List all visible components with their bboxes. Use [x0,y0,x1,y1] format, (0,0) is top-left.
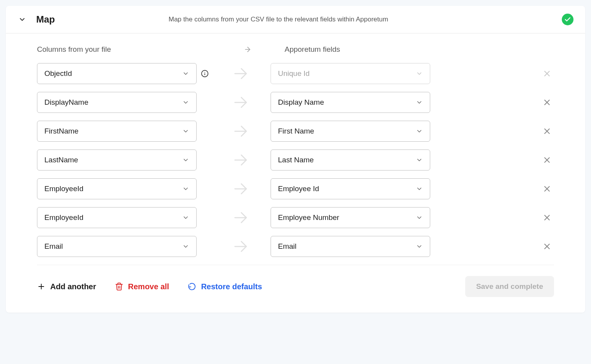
card-header: Map Map the columns from your CSV file t… [6,6,585,33]
close-icon [542,242,552,251]
source-select[interactable]: EmployeeId [37,178,197,199]
target-select[interactable]: Employee Id [271,178,430,199]
source-value: EmployeeId [44,213,83,222]
source-select[interactable]: LastName [37,149,197,171]
target-select[interactable]: Employee Number [271,207,430,228]
card-body: Columns from your file Apporetum fields … [6,33,585,313]
mapping-row: EmailEmail [37,236,554,257]
target-value: First Name [278,127,314,135]
save-complete-label: Save and complete [476,282,543,290]
target-column-header: Apporetum fields [285,45,444,54]
source-select[interactable]: Email [37,236,197,257]
page-subtitle: Map the columns from your CSV file to th… [169,16,562,23]
chevron-down-icon [182,214,189,221]
remove-row-button[interactable] [540,95,554,109]
source-select[interactable]: EmployeeId [37,207,197,228]
source-select[interactable]: DisplayName [37,92,197,113]
source-value: ObjectId [44,69,72,78]
target-value: Last Name [278,156,314,164]
mapping-row: FirstNameFirst Name [37,121,554,142]
remove-row-button[interactable] [540,239,554,253]
check-icon [564,16,571,23]
target-value: Employee Id [278,185,319,193]
close-icon [542,213,552,222]
source-value: FirstName [44,127,79,135]
target-value: Unique Id [278,69,310,78]
close-icon [542,69,552,78]
close-icon [542,184,552,193]
status-complete-badge [562,14,573,25]
source-value: EmployeeId [44,185,83,193]
source-select[interactable]: ObjectId [37,63,197,84]
plus-icon [37,282,46,291]
chevron-down-icon [182,128,189,135]
chevron-down-icon [182,185,189,192]
remove-row-button [540,67,554,81]
source-column-header: Columns from your file [37,45,197,54]
chevron-down-icon [182,70,189,77]
target-value: Email [278,242,297,251]
columns-header: Columns from your file Apporetum fields [37,45,554,54]
mapping-arrow [211,65,271,82]
target-select[interactable]: Display Name [271,92,430,113]
footer: Add another Remove all Restore defaults … [37,276,554,297]
chevron-down-icon [182,157,189,164]
mapping-row: EmployeeIdEmployee Number [37,207,554,228]
save-complete-button[interactable]: Save and complete [465,276,554,297]
undo-icon [188,282,196,291]
target-value: Display Name [278,98,324,107]
info-icon[interactable] [199,70,211,77]
source-value: LastName [44,156,78,164]
collapse-toggle[interactable] [18,15,27,24]
remove-all-label: Remove all [128,282,169,291]
close-icon [542,98,552,107]
mapping-arrow [211,209,271,226]
target-value: Employee Number [278,213,339,222]
remove-row-button[interactable] [540,124,554,138]
close-icon [542,155,552,165]
chevron-down-icon [416,157,423,164]
chevron-down-icon [182,243,189,250]
add-another-button[interactable]: Add another [37,278,96,295]
trash-icon [115,282,123,291]
chevron-down-icon [416,99,423,106]
source-value: DisplayName [44,98,88,107]
mapping-row: EmployeeIdEmployee Id [37,178,554,199]
page-title: Map [36,14,169,25]
mapping-arrow [211,180,271,197]
map-card: Map Map the columns from your CSV file t… [6,6,585,313]
mapping-row: DisplayNameDisplay Name [37,92,554,113]
chevron-down-icon [416,243,423,250]
restore-defaults-label: Restore defaults [201,282,262,291]
chevron-down-icon [416,70,423,77]
chevron-down-icon [416,185,423,192]
mappings-list: ObjectIdUnique IdDisplayNameDisplay Name… [37,63,554,257]
divider [37,265,554,265]
remove-row-button[interactable] [540,182,554,196]
chevron-down-icon [416,128,423,135]
mapping-row: ObjectIdUnique Id [37,63,554,84]
arrow-right-icon [244,46,252,53]
target-select[interactable]: Email [271,236,430,257]
source-select[interactable]: FirstName [37,121,197,142]
target-select: Unique Id [271,63,430,84]
chevron-down-icon [182,99,189,106]
mapping-arrow [211,238,271,255]
mapping-arrow [211,151,271,169]
target-select[interactable]: First Name [271,121,430,142]
remove-all-button[interactable]: Remove all [115,278,169,295]
remove-row-button[interactable] [540,153,554,167]
target-select[interactable]: Last Name [271,149,430,171]
add-another-label: Add another [50,282,96,291]
close-icon [542,127,552,136]
restore-defaults-button[interactable]: Restore defaults [188,278,262,295]
chevron-down-icon [416,214,423,221]
mapping-arrow [211,94,271,111]
remove-row-button[interactable] [540,211,554,225]
mapping-row: LastNameLast Name [37,149,554,171]
source-value: Email [44,242,63,251]
chevron-down-icon [18,16,26,23]
arrow-header [211,46,285,53]
mapping-arrow [211,123,271,140]
